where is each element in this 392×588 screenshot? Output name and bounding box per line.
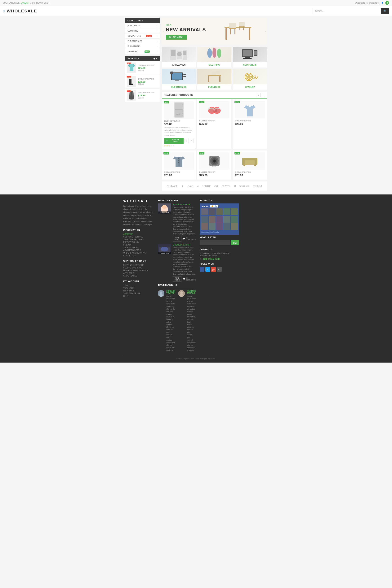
testimonial-avatar-1 xyxy=(158,290,164,297)
sidebar-item-jewelry[interactable]: JEWELRY NEW › xyxy=(125,49,160,54)
svg-rect-11 xyxy=(229,28,236,29)
product-price: $25.89 xyxy=(235,122,265,125)
footer-link-template[interactable]: TEMPLATE SETTINGS xyxy=(123,238,154,240)
contact-phone[interactable]: 📞 800-2345-6789 xyxy=(200,258,240,260)
brand-trussardi[interactable]: ⊕ xyxy=(197,185,198,187)
cart-icon-top[interactable]: 0 xyxy=(385,1,389,5)
wishlist-button[interactable]: ♡ xyxy=(184,139,189,143)
read-more-1[interactable]: READ MORE xyxy=(173,236,182,241)
electronics-image xyxy=(162,69,196,84)
category-card-furniture[interactable]: FURNITURE xyxy=(197,69,231,90)
specials-item: SALE EIUSMOD TEMPOR $25.89 $27.89 xyxy=(125,61,160,75)
newsletter-submit[interactable]: GO! xyxy=(231,240,240,245)
testimonial-1: EIUSMOD TEMPOR Lorem ipsum dolor sit ame… xyxy=(158,290,175,352)
footer-logo[interactable]: WHOLESALE xyxy=(123,199,154,203)
arrow-icon: › xyxy=(157,25,157,27)
footer-link-search-terms[interactable]: SEARCH TERMS xyxy=(123,246,154,249)
featured-header: FEATURED PRODUCTS ‹ › xyxy=(162,92,267,99)
category-card-computers[interactable]: COMPUTERS xyxy=(233,47,267,67)
category-card-appliances[interactable]: APPLIANCES xyxy=(162,47,196,67)
svg-rect-39 xyxy=(170,71,173,74)
brand-prada[interactable]: PRADA xyxy=(253,185,262,188)
search-button[interactable]: 🔍 xyxy=(381,8,389,14)
brand-armani[interactable]: ▲ xyxy=(181,184,184,188)
hero-next[interactable]: › xyxy=(265,30,266,33)
brand-ck[interactable]: CK xyxy=(214,185,218,188)
footer-fb-col: FACEBOOK Joomla! 👍 Like xyxy=(200,199,240,352)
sidebar-item-clothing[interactable]: CLOTHING › xyxy=(125,28,160,33)
footer-link-help[interactable]: HELP xyxy=(123,295,154,297)
main-content: ‹ IKEA NEW ARRIVALS SHOP NOW! xyxy=(162,18,267,193)
footer-link-track[interactable]: TRACK MY ORDER xyxy=(123,292,154,294)
svg-rect-7 xyxy=(224,27,251,28)
sidebar-item-appliances[interactable]: APPLIANCES › xyxy=(125,23,160,28)
sidebar-item-electronics[interactable]: ELECTRONICS › xyxy=(125,39,160,44)
sidebar-item-computers[interactable]: COMPUTERS SALE › xyxy=(125,33,160,39)
brand-m[interactable]: M xyxy=(234,185,236,188)
linkedin-icon[interactable]: in xyxy=(217,267,222,272)
svg-rect-8 xyxy=(226,28,227,40)
information-title: INFORMATION xyxy=(123,229,154,231)
fb-img xyxy=(223,208,230,215)
footer-link-intl[interactable]: INTERNATIONAL SHIPPING xyxy=(123,269,154,272)
fb-like-btn[interactable]: 👍 Like xyxy=(210,205,218,207)
brand-gucci[interactable]: GUCCI xyxy=(222,185,230,188)
footer-link-privacy[interactable]: PRIVACY POLICY xyxy=(123,241,154,243)
fb-images xyxy=(201,208,238,230)
featured-next[interactable]: › xyxy=(261,93,265,97)
footer-link-signin[interactable]: SIGN IN xyxy=(123,284,154,286)
specials-info-3: EIUSMOD TEMPOR $25.89 $27.89 xyxy=(138,92,158,99)
footer-link-secure[interactable]: SECURE SHOPPING xyxy=(123,267,154,269)
category-grid: APPLIANCES CLOTHING xyxy=(162,47,267,90)
featured-prev[interactable]: ‹ xyxy=(257,93,260,97)
shop-now-button[interactable]: SHOP NOW! xyxy=(166,35,187,40)
product-card: NEW EIUSMOD TEMPOR $25.89 xyxy=(197,99,231,149)
footer-link-cart[interactable]: VIEW CART xyxy=(123,287,154,289)
svg-point-85 xyxy=(160,247,168,251)
testimonial-text-2: Lorem ipsum dolor sit amet corse clatur … xyxy=(187,295,196,352)
footer-link-sitemap[interactable]: SITE MAP xyxy=(123,244,154,246)
footer-link-group[interactable]: GROUP SALES xyxy=(123,275,154,277)
read-more-2[interactable]: READ MORE xyxy=(173,276,182,282)
brand-trussardi2[interactable]: TRUSSARDI xyxy=(239,185,250,187)
svg-rect-23 xyxy=(183,51,186,55)
search-input[interactable] xyxy=(313,8,381,14)
svg-rect-54 xyxy=(175,109,183,110)
footer-link-shipping[interactable]: SHIPPING & RETURNS xyxy=(123,264,154,266)
brand-chanel[interactable]: CHANEL xyxy=(166,185,178,188)
user-icon[interactable]: 👤 xyxy=(381,2,384,4)
sidebar-item-furniture[interactable]: FURNITURE › xyxy=(125,44,160,49)
compare-button[interactable]: ✕ xyxy=(190,139,194,143)
newsletter-input-row: GO! xyxy=(200,240,240,245)
add-to-cart-button[interactable]: 🛒 ADD TO CART xyxy=(164,138,184,144)
contacts-title: CONTACTS xyxy=(200,248,240,250)
hero-prev[interactable]: ‹ xyxy=(163,30,164,33)
footer-link-wishlist[interactable]: MY WISHLIST xyxy=(123,290,154,292)
facebook-icon[interactable]: f xyxy=(200,267,204,272)
jewelry-svg xyxy=(240,70,259,84)
specials-nav[interactable]: ◀ ▶ xyxy=(153,58,157,60)
footer-link-contact[interactable]: CONTACT US xyxy=(123,254,154,257)
language-label: YOUR LANGUAGE: xyxy=(3,2,20,4)
footer-link-orders[interactable]: ORDERS AND RETURNS xyxy=(123,252,154,254)
product-price: $25.89 xyxy=(164,123,194,126)
googleplus-icon[interactable]: g+ xyxy=(211,267,216,272)
svg-rect-43 xyxy=(212,71,216,75)
footer-link-customer[interactable]: CUSTOMER SERVICE xyxy=(123,236,154,238)
footer-link-affiliates[interactable]: AFFILIATES xyxy=(123,272,154,274)
brand-dg[interactable]: D&G xyxy=(188,185,194,188)
svg-rect-35 xyxy=(172,73,182,80)
brand-ferre[interactable]: FERRE xyxy=(202,185,211,188)
twitter-icon[interactable]: t xyxy=(206,267,210,272)
category-card-electronics[interactable]: ELECTRONICS xyxy=(162,69,196,90)
footer-link-about[interactable]: ABOUT US xyxy=(123,233,154,235)
category-card-jewelry[interactable]: JEWELRY xyxy=(233,69,267,90)
footer-link-advanced-search[interactable]: ADVANCED SEARCH xyxy=(123,249,154,251)
newsletter-input[interactable] xyxy=(200,240,230,245)
specials-name: EIUSMOD TEMPOR xyxy=(138,64,158,66)
logo[interactable]: WHOLESALE xyxy=(7,8,37,13)
product-price: $25.89 xyxy=(199,174,229,177)
language-link[interactable]: ENGLISH xyxy=(21,2,29,4)
product-price: $25.89 xyxy=(199,122,229,125)
category-card-clothing[interactable]: CLOTHING xyxy=(197,47,231,67)
